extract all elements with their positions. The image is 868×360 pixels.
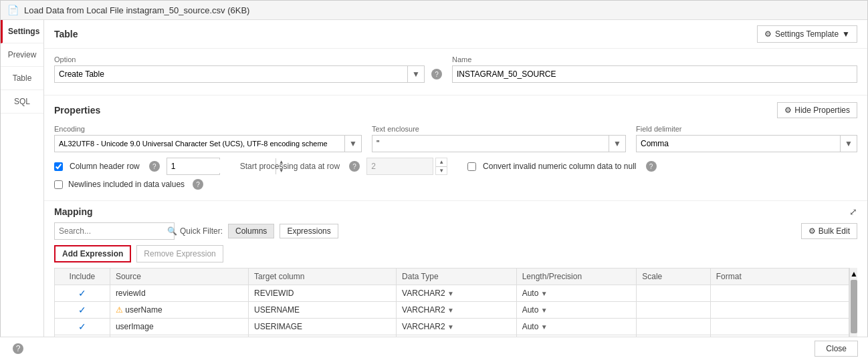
encoding-label: Encoding — [54, 125, 362, 133]
search-icon[interactable]: 🔍 — [163, 226, 181, 236]
quick-filter-label: Quick Filter: — [180, 226, 223, 236]
column-header-checkbox[interactable] — [54, 162, 63, 171]
table-row: ✓reviewIdREVIEWIDVARCHAR2 ▼Auto ▼ — [55, 285, 849, 302]
settings-template-button[interactable]: ⚙ Settings Template ▼ — [757, 25, 857, 43]
filter-area: 🔍 Quick Filter: Columns Expressions — [54, 222, 338, 240]
add-expression-button[interactable]: Add Expression — [54, 245, 131, 262]
sidebar-item-settings[interactable]: Settings — [1, 20, 43, 43]
hide-properties-button[interactable]: ⚙ Hide Properties — [777, 102, 857, 118]
table-row: ✓userImageUSERIMAGEVARCHAR2 ▼Auto ▼ — [55, 319, 849, 335]
datatype-arrow[interactable]: ▼ — [447, 323, 454, 331]
newlines-label: Newlines included in data values — [68, 180, 185, 189]
encoding-arrow[interactable]: ▼ — [344, 136, 361, 152]
table-row: ✓⚠ userNameUSERNAMEVARCHAR2 ▼Auto ▼ — [55, 302, 849, 319]
include-cell[interactable]: ✓ — [55, 319, 110, 335]
scale-cell — [637, 285, 711, 302]
expression-buttons-row: Add Expression Remove Expression — [54, 245, 857, 262]
text-enclosure-arrow[interactable]: ▼ — [609, 136, 625, 152]
format-cell — [710, 302, 849, 319]
main-content: Table ⚙ Settings Template ▼ Option Creat… — [44, 20, 867, 358]
encoding-row: Encoding AL32UTF8 - Unicode 9.0 Universa… — [54, 125, 857, 152]
length-arrow[interactable]: ▼ — [541, 307, 548, 314]
search-bar[interactable]: 🔍 — [54, 222, 175, 240]
length-arrow[interactable]: ▼ — [541, 290, 548, 297]
encoding-group: Encoding AL32UTF8 - Unicode 9.0 Universa… — [54, 125, 362, 152]
datatype-arrow[interactable]: ▼ — [447, 307, 454, 314]
start-processing-wrapper: 2 ▲ ▼ — [366, 158, 447, 175]
target-cell: USERNAME — [249, 302, 397, 319]
newlines-help[interactable]: ? — [193, 179, 203, 190]
bottom-bar: ? Close — [0, 337, 868, 360]
target-cell: USERIMAGE — [249, 319, 397, 335]
column-header-label: Column header row — [70, 162, 140, 171]
datatype-arrow[interactable]: ▼ — [447, 290, 454, 297]
search-input[interactable] — [55, 224, 163, 238]
encoding-select[interactable]: AL32UTF8 - Unicode 9.0 Universal Charact… — [54, 135, 362, 152]
convert-null-checkbox[interactable] — [467, 162, 476, 171]
newlines-checkbox[interactable] — [54, 180, 63, 189]
source-cell: userImage — [110, 319, 248, 335]
scrollbar-thumb[interactable] — [851, 280, 857, 333]
mapping-title: Mapping — [54, 206, 93, 217]
th-include: Include — [55, 268, 110, 285]
field-delimiter-select[interactable]: Comma ▼ — [636, 135, 857, 152]
th-target: Target column — [249, 268, 397, 285]
start-processing-down[interactable]: ▼ — [436, 167, 447, 175]
table-section-title: Table — [54, 29, 78, 39]
th-length: Length/Precision — [516, 268, 637, 285]
option-dropdown-arrow[interactable]: ▼ — [407, 66, 424, 82]
sidebar-item-preview[interactable]: Preview — [1, 43, 43, 67]
text-enclosure-value: " — [372, 137, 609, 150]
remove-expression-button[interactable]: Remove Expression — [136, 245, 223, 262]
column-header-number[interactable]: ▲ ▼ — [167, 158, 220, 175]
length-cell: Auto ▼ — [516, 302, 637, 319]
sidebar-item-sql[interactable]: SQL — [1, 90, 43, 114]
option-select[interactable]: Create Table ▼ — [54, 65, 425, 83]
table-section-header: Table ⚙ Settings Template ▼ — [44, 20, 867, 49]
props-icon: ⚙ — [784, 106, 792, 115]
convert-null-help[interactable]: ? — [646, 161, 657, 172]
name-label: Name — [452, 55, 857, 63]
text-enclosure-label: Text enclosure — [372, 125, 626, 133]
convert-null-label: Convert invalid numeric column data to n… — [483, 162, 636, 171]
field-delimiter-arrow[interactable]: ▼ — [840, 136, 857, 152]
format-cell — [710, 319, 849, 335]
sidebar-item-table[interactable]: Table — [1, 67, 43, 90]
th-source: Source — [110, 268, 248, 285]
title-bar-text: Load Data from Local File instagram_50_s… — [24, 5, 249, 15]
th-scale: Scale — [637, 268, 711, 285]
scroll-up-arrow[interactable]: ▲ — [850, 268, 857, 279]
length-cell: Auto ▼ — [516, 319, 637, 335]
mapping-header: Mapping ⤢ — [54, 206, 857, 217]
include-check[interactable]: ✓ — [78, 321, 86, 332]
expand-icon[interactable]: ⤢ — [849, 206, 857, 217]
help-button[interactable]: ? — [13, 343, 23, 354]
include-check[interactable]: ✓ — [78, 305, 86, 315]
length-arrow[interactable]: ▼ — [541, 323, 548, 331]
expressions-filter-button[interactable]: Expressions — [280, 224, 338, 238]
include-cell[interactable]: ✓ — [55, 302, 110, 319]
option-label: Option — [54, 55, 442, 63]
start-processing-up[interactable]: ▲ — [436, 158, 447, 167]
name-input[interactable] — [452, 65, 857, 83]
source-cell: reviewId — [110, 285, 248, 302]
datatype-cell: VARCHAR2 ▼ — [397, 285, 517, 302]
name-group: Name — [452, 55, 857, 83]
scale-cell — [637, 302, 711, 319]
mapping-toolbar: 🔍 Quick Filter: Columns Expressions ⚙ Bu… — [54, 222, 857, 240]
start-processing-value: 2 — [366, 158, 433, 175]
include-check[interactable]: ✓ — [78, 288, 86, 299]
start-processing-help[interactable]: ? — [349, 161, 360, 172]
datatype-cell: VARCHAR2 ▼ — [397, 319, 517, 335]
start-processing-label: Start processing data at row — [240, 162, 340, 171]
close-button[interactable]: Close — [815, 341, 858, 357]
warning-icon: ⚠ — [116, 305, 123, 315]
include-cell[interactable]: ✓ — [55, 285, 110, 302]
encoding-value: AL32UTF8 - Unicode 9.0 Universal Charact… — [55, 138, 344, 150]
bulk-edit-button[interactable]: ⚙ Bulk Edit — [801, 223, 857, 239]
text-enclosure-select[interactable]: " ▼ — [372, 135, 626, 152]
option-group: Option Create Table ▼ ? — [54, 55, 442, 83]
columns-filter-button[interactable]: Columns — [228, 224, 274, 238]
column-header-help[interactable]: ? — [149, 161, 160, 172]
option-help-icon[interactable]: ? — [431, 69, 442, 79]
